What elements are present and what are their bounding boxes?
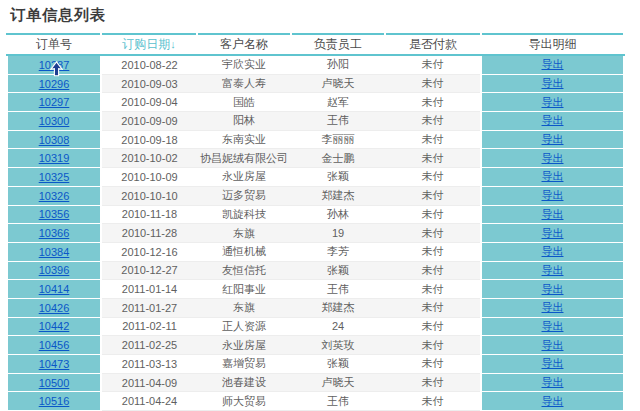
paid-status-cell: 未付 [385, 242, 481, 261]
customer-name-cell: 池春建设 [197, 373, 291, 392]
order-number-cell: 10325 [7, 168, 101, 187]
export-link[interactable]: 导出 [542, 227, 564, 239]
table-row: 104732011-03-13嘉增贸易张颖未付导出 [7, 355, 624, 374]
employee-cell: 刘英玫 [291, 336, 385, 355]
employee-cell: 李芳 [291, 242, 385, 261]
export-link[interactable]: 导出 [542, 339, 564, 351]
column-header-label: 导出明细 [529, 37, 577, 51]
export-link[interactable]: 导出 [542, 96, 564, 108]
order-number-link[interactable]: 10296 [39, 78, 70, 90]
order-number-link[interactable]: 10456 [39, 339, 70, 351]
order-date-cell: 2010-10-10 [101, 186, 197, 205]
order-number-link[interactable]: 10308 [39, 134, 70, 146]
employee-cell: 张颖 [291, 261, 385, 280]
order-date-cell: 2011-03-13 [101, 355, 197, 374]
order-number-link[interactable]: 10297 [39, 96, 70, 108]
page-title: 订单信息列表 [10, 6, 106, 25]
table-row: 104142011-01-14红阳事业王伟未付导出 [7, 280, 624, 299]
customer-name-cell: 永业房屋 [197, 168, 291, 187]
order-number-link[interactable]: 10366 [39, 227, 70, 239]
order-number-link[interactable]: 10426 [39, 302, 70, 314]
order-number-link[interactable]: 10287 [39, 59, 70, 71]
paid-status-cell: 未付 [385, 112, 481, 131]
customer-name-cell: 永业房屋 [197, 336, 291, 355]
employee-cell: 李丽丽 [291, 130, 385, 149]
column-header-label: 订单号 [36, 37, 72, 51]
export-link[interactable]: 导出 [542, 376, 564, 388]
export-cell: 导出 [481, 74, 624, 93]
column-header-paid-status[interactable]: 是否付款 [385, 34, 481, 55]
table-row: 105162011-04-24师大贸易王伟未付导出 [7, 392, 624, 411]
order-number-cell: 10356 [7, 205, 101, 224]
order-number-link[interactable]: 10442 [39, 320, 70, 332]
export-link[interactable]: 导出 [542, 152, 564, 164]
export-link[interactable]: 导出 [542, 301, 564, 313]
column-header-label: 负责员工 [314, 37, 362, 51]
customer-name-cell: 宇欣实业 [197, 55, 291, 74]
order-date-cell: 2011-04-09 [101, 373, 197, 392]
customer-name-cell: 迈多贸易 [197, 186, 291, 205]
customer-name-cell: 富泰人寿 [197, 74, 291, 93]
order-number-link[interactable]: 10300 [39, 115, 70, 127]
order-number-cell: 10426 [7, 298, 101, 317]
column-header-order-number[interactable]: 订单号 [7, 34, 101, 55]
export-link[interactable]: 导出 [542, 245, 564, 257]
employee-cell: 赵军 [291, 93, 385, 112]
table-header-row: 订单号 订购日期↓ 客户名称 负责员工 是否付款 导出明细 [7, 34, 624, 55]
table-row: 103662010-11-28东旗19未付导出 [7, 224, 624, 243]
order-number-cell: 10384 [7, 242, 101, 261]
column-header-customer-name[interactable]: 客户名称 [197, 34, 291, 55]
order-number-link[interactable]: 10473 [39, 358, 70, 370]
order-number-link[interactable]: 10325 [39, 171, 70, 183]
order-date-cell: 2010-10-02 [101, 149, 197, 168]
table-row: 103262010-10-10迈多贸易郑建杰未付导出 [7, 186, 624, 205]
order-number-link[interactable]: 10384 [39, 246, 70, 258]
order-date-cell: 2010-09-04 [101, 93, 197, 112]
employee-cell: 张颖 [291, 355, 385, 374]
order-number-cell: 10500 [7, 373, 101, 392]
export-link[interactable]: 导出 [542, 395, 564, 407]
table-row: 102872010-08-22宇欣实业孙阳未付导出 [7, 55, 624, 74]
order-number-link[interactable]: 10414 [39, 283, 70, 295]
employee-cell: 卢晓天 [291, 74, 385, 93]
customer-name-cell: 红阳事业 [197, 280, 291, 299]
order-number-cell: 10326 [7, 186, 101, 205]
export-link[interactable]: 导出 [542, 114, 564, 126]
customer-name-cell: 友恒信托 [197, 261, 291, 280]
order-number-link[interactable]: 10319 [39, 152, 70, 164]
export-link[interactable]: 导出 [542, 357, 564, 369]
order-date-cell: 2011-01-14 [101, 280, 197, 299]
export-link[interactable]: 导出 [542, 133, 564, 145]
customer-name-cell: 东旗 [197, 298, 291, 317]
customer-name-cell: 正人资源 [197, 317, 291, 336]
sort-descending-icon: ↓ [170, 38, 176, 50]
export-link[interactable]: 导出 [542, 77, 564, 89]
column-header-label: 客户名称 [220, 37, 268, 51]
export-link[interactable]: 导出 [542, 264, 564, 276]
order-number-link[interactable]: 10396 [39, 264, 70, 276]
customer-name-cell: 凯旋科技 [197, 205, 291, 224]
export-link[interactable]: 导出 [542, 170, 564, 182]
order-number-cell: 10296 [7, 74, 101, 93]
order-date-cell: 2010-12-27 [101, 261, 197, 280]
export-cell: 导出 [481, 392, 624, 411]
order-date-cell: 2010-09-09 [101, 112, 197, 131]
table-row: 102962010-09-03富泰人寿卢晓天未付导出 [7, 74, 624, 93]
paid-status-cell: 未付 [385, 224, 481, 243]
order-number-link[interactable]: 10326 [39, 190, 70, 202]
order-number-link[interactable]: 10516 [39, 395, 70, 407]
export-link[interactable]: 导出 [542, 283, 564, 295]
export-link[interactable]: 导出 [542, 58, 564, 70]
export-link[interactable]: 导出 [542, 320, 564, 332]
paid-status-cell: 未付 [385, 336, 481, 355]
column-header-order-date[interactable]: 订购日期↓ [101, 34, 197, 55]
column-header-export-detail[interactable]: 导出明细 [481, 34, 624, 55]
order-number-link[interactable]: 10356 [39, 208, 70, 220]
export-link[interactable]: 导出 [542, 189, 564, 201]
order-number-link[interactable]: 10500 [39, 377, 70, 389]
column-header-employee[interactable]: 负责员工 [291, 34, 385, 55]
employee-cell: 郑建杰 [291, 298, 385, 317]
export-link[interactable]: 导出 [542, 208, 564, 220]
export-cell: 导出 [481, 355, 624, 374]
export-cell: 导出 [481, 317, 624, 336]
